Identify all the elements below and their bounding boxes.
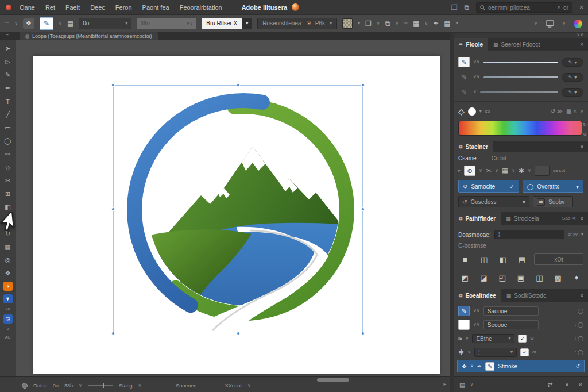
tool-icon[interactable]: ▭ — [3, 123, 13, 133]
chevron-down-icon[interactable]: ∨ — [138, 383, 141, 388]
shape-mode-icon[interactable]: ▤ — [515, 253, 529, 266]
tool-icon[interactable]: ✎ — [3, 70, 13, 80]
menu-item[interactable]: Feooralrbtation — [180, 4, 222, 11]
status-field2[interactable]: 38b — [64, 383, 73, 389]
menu-item[interactable]: Deec — [90, 4, 105, 11]
window-close-icon[interactable] — [6, 5, 11, 10]
stroke-name-field[interactable]: Saoooe — [483, 306, 539, 316]
document-tab[interactable]: Loope (Toeagsups (Meantbtforfal aramnose… — [20, 32, 158, 40]
shape-mode-icon[interactable]: ◫ — [477, 253, 491, 266]
white-swatch[interactable] — [458, 320, 470, 330]
tool-icon[interactable]: ◇ — [3, 163, 13, 172]
canvas-area[interactable] — [16, 40, 450, 376]
overlap-button[interactable]: ◯Ovoratrx▾ — [523, 180, 583, 193]
close-icon[interactable]: × — [579, 3, 583, 11]
tool-icon[interactable]: ❖ — [3, 268, 13, 278]
distribute-icon[interactable]: ▦ — [413, 20, 419, 27]
flyout-icon[interactable]: ▸ — [458, 168, 461, 173]
appearance-row-effect2[interactable]: ✱ ∨ ⁞▾ ✓ or ∶◯ — [458, 346, 583, 359]
pattern-swatch[interactable] — [342, 18, 353, 29]
status-right-dropdown[interactable]: XXcoot — [225, 383, 242, 389]
tab-stroke-profile[interactable]: ▦Seeroei Fdooct — [488, 38, 545, 51]
swap-icon[interactable]: ⇄ — [547, 381, 552, 389]
document-icon[interactable]: ▤ — [459, 382, 465, 388]
selection-handle[interactable] — [111, 332, 115, 335]
white-swatch[interactable] — [468, 107, 476, 116]
checkbox[interactable]: ✓ — [520, 348, 529, 356]
swatch-action-icons[interactable]: ▦ × — [566, 109, 577, 114]
width-slider[interactable] — [480, 91, 558, 93]
dock-collapse-icon[interactable]: ∨∨ — [577, 33, 583, 37]
tool-icon[interactable]: ✏ — [3, 149, 13, 159]
chevron-icon[interactable]: ∨ — [473, 90, 477, 94]
chevron-down-icon[interactable]: ∨ — [580, 109, 583, 114]
width-slider[interactable] — [483, 62, 558, 63]
tab-profile[interactable]: ✒Floole — [454, 38, 488, 51]
chevron-down-icon[interactable]: ∨ — [6, 327, 9, 332]
chevron-icon[interactable]: ∨ — [466, 336, 469, 341]
chevron-down-icon[interactable]: ▾ — [242, 18, 252, 29]
scroll-right-icon[interactable]: ▸ — [443, 382, 446, 387]
chevron-down-icon[interactable]: ∨ — [79, 383, 82, 388]
visibility-toggle[interactable]: ∶◯ — [575, 322, 583, 328]
close-icon[interactable]: × — [575, 293, 588, 299]
chevron-down-icon[interactable]: ∨ — [395, 21, 399, 26]
selection-bounding-box[interactable] — [113, 85, 363, 333]
appearance-row-effect1[interactable]: ≈ ∨ EBtnc▾ ✓ w ∶◯ — [458, 332, 583, 345]
empty-swatch[interactable] — [535, 166, 550, 176]
status-slider[interactable] — [88, 385, 113, 386]
apply-button[interactable]: ⇄Seobv — [533, 196, 573, 207]
tool-icon[interactable]: ✒ — [3, 83, 13, 93]
grid-tool-icon[interactable]: ▦ — [502, 167, 508, 174]
expand-button[interactable]: xOt — [534, 253, 583, 265]
effect-dropdown[interactable]: ⁞▾ — [474, 348, 517, 357]
fill-color-icon[interactable]: ◲ — [3, 314, 13, 324]
refresh-icon[interactable]: ↻ — [583, 123, 587, 128]
width-slider[interactable] — [483, 76, 558, 78]
chevron-down-icon[interactable]: ∨ — [14, 21, 18, 26]
tool-icon[interactable]: ◎ — [3, 255, 13, 265]
tool-icon[interactable]: ▷ — [3, 57, 13, 67]
pathfinder-icon[interactable]: ✦ — [570, 271, 583, 284]
chevron-down-icon[interactable]: ∨ — [562, 21, 566, 26]
menu-item[interactable]: Feron — [115, 4, 132, 11]
smooth-button[interactable]: ↺Samocite✓ — [458, 180, 519, 193]
chevron-down-icon[interactable]: ∨ — [528, 168, 531, 173]
menu-item[interactable]: Ret — [45, 4, 55, 11]
selection-handle[interactable] — [111, 207, 115, 211]
visibility-toggle[interactable]: ∶◯ — [575, 308, 583, 314]
tab-pathfinder[interactable]: ⧉Pathffinder — [454, 212, 501, 225]
align-icon[interactable]: ≡ — [404, 20, 408, 27]
refresh-icon[interactable]: ↺ — [575, 363, 580, 369]
brush-tool-icon[interactable]: ✎ — [40, 17, 53, 30]
tab-appearance[interactable]: ⧉Eoealtndee — [454, 289, 501, 302]
shapes-icon[interactable]: ❐ — [365, 20, 372, 27]
gradient-dropdown[interactable]: ↺Gosedoss▾ — [458, 196, 529, 207]
blue-app-icon[interactable]: ▼ — [3, 294, 13, 303]
color-wheel-icon[interactable] — [574, 20, 582, 28]
response-field[interactable]: Roseorsbleoea: 9 P6k ▾ — [257, 18, 337, 29]
tab-graphic-styles[interactable]: ▦SocikSotodc — [501, 289, 551, 302]
pen-icon[interactable]: ✒ — [433, 20, 439, 27]
shape-mode-icon[interactable]: ◧ — [496, 253, 510, 266]
selection-tool-icon[interactable]: ❖ — [23, 18, 34, 29]
tool-icon[interactable]: ◯ — [3, 136, 13, 146]
tool-icon[interactable]: T — [3, 97, 13, 106]
selection-handle[interactable] — [361, 207, 365, 211]
tool-icon[interactable]: ╱ — [3, 110, 13, 120]
brush-icon[interactable]: ✎ — [458, 72, 470, 82]
brush-icon[interactable]: ✎ — [458, 87, 470, 97]
effect-dropdown[interactable]: EBtnc▾ — [472, 334, 514, 343]
menu-item[interactable]: Paont fea — [142, 4, 169, 11]
chevrons-icon[interactable]: ∨∨ — [473, 75, 480, 79]
chevron-icon[interactable]: ∨ — [470, 364, 474, 368]
selection-handle[interactable] — [237, 83, 240, 87]
tool-icon[interactable]: ▦ — [3, 242, 13, 252]
transform-icon[interactable]: ⧉ — [385, 20, 390, 27]
chevron-down-icon[interactable]: ▾ — [456, 21, 458, 26]
close-icon[interactable]: × — [575, 41, 588, 48]
color-spectrum-bar[interactable] — [458, 121, 582, 136]
chevron-down-icon[interactable]: ∨ — [534, 21, 537, 26]
profile-option-button[interactable]: ✎▾ — [562, 88, 583, 97]
chevron-down-icon[interactable]: ∨ — [479, 168, 482, 173]
